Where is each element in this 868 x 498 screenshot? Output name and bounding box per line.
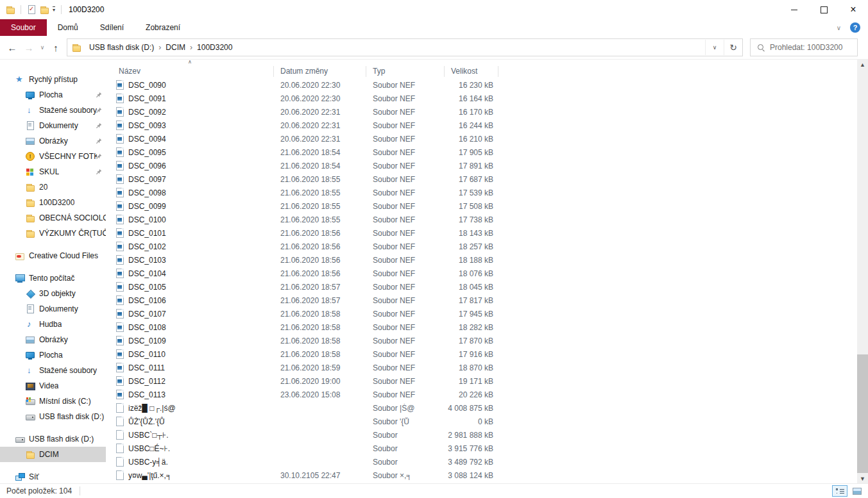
sidebar-item-usb-flash-disk-d-[interactable]: USB flash disk (D:) (0, 409, 106, 424)
new-folder-icon[interactable] (40, 5, 49, 14)
sort-ascending-icon: ∧ (106, 60, 274, 65)
sidebar-item-sta-en-soubory[interactable]: Stažené soubory (0, 103, 106, 118)
breadcrumb-segment[interactable]: 100D3200 (192, 43, 237, 52)
table-row[interactable]: DSC_010221.06.2020 18:56Soubor NEF18 257… (106, 240, 857, 253)
sidebar-item-s-[interactable]: Síť (0, 469, 106, 484)
table-row[interactable]: DSC_010321.06.2020 18:56Soubor NEF18 188… (106, 253, 857, 267)
search-input[interactable] (769, 42, 848, 53)
sidebar-item-creative-cloud-files[interactable]: Creative Cloud Files (0, 248, 106, 263)
details-view-button[interactable] (832, 485, 847, 497)
divider (80, 486, 80, 495)
maximize-button[interactable] (809, 0, 838, 19)
table-row[interactable]: DSC_009320.06.2020 22:31Soubor NEF16 244… (106, 119, 857, 132)
table-row[interactable]: DSC_010821.06.2020 18:58Soubor NEF18 282… (106, 320, 857, 334)
column-header-datum[interactable]: Datum změny (274, 64, 366, 78)
vertical-scrollbar[interactable]: ▲ ▼ (857, 59, 868, 484)
sidebar-item-skul[interactable]: SKUL (0, 164, 106, 179)
sidebar-item-plocha[interactable]: Plocha (0, 87, 106, 103)
qat-dropdown-icon[interactable]: ▾ (53, 6, 55, 13)
table-row[interactable]: DSC_010621.06.2020 18:57Soubor NEF17 817… (106, 294, 857, 307)
monitor-icon (26, 351, 35, 360)
breadcrumb-segment[interactable]: USB flash disk (D:) (85, 43, 158, 52)
sidebar-item-3d-objekty[interactable]: 3D objekty (0, 286, 106, 301)
close-button[interactable]: × (838, 0, 868, 19)
table-row[interactable]: USBC-y╡ä.Soubor3 489 792 kB (106, 455, 857, 469)
table-row[interactable]: DSC_011021.06.2020 18:58Soubor NEF17 916… (106, 347, 857, 361)
table-row[interactable]: ŮŻ'{ŮŻ.'{ŮSoubor '{Ů0 kB (106, 415, 857, 428)
scroll-down-icon[interactable]: ▼ (857, 473, 868, 484)
sidebar-item-dcim[interactable]: DCIM (0, 447, 106, 462)
sidebar-item-videa[interactable]: Videa (0, 378, 106, 394)
table-row[interactable]: DSC_010721.06.2020 18:58Soubor NEF17 945… (106, 307, 857, 320)
table-row[interactable]: DSC_011221.06.2020 19:00Soubor NEF19 171… (106, 374, 857, 388)
sidebar-item-v-echny-fotky[interactable]: VŠECHNY FOTKY (0, 149, 106, 164)
sidebar-item-hudba[interactable]: Hudba (0, 317, 106, 332)
column-header-typ[interactable]: Typ (366, 64, 445, 78)
refresh-icon[interactable]: ↻ (724, 40, 742, 55)
table-row[interactable]: DSC_009921.06.2020 18:55Soubor NEF17 508… (106, 199, 857, 213)
sidebar-item-dokumenty[interactable]: Dokumenty (0, 301, 106, 317)
ribbon-collapse-icon[interactable]: ∨ (837, 24, 841, 31)
tab-domu[interactable]: Domů (47, 19, 89, 36)
sidebar-item-rychl-p-stup[interactable]: Rychlý přístup (0, 72, 106, 87)
sidebar-item-usb-flash-disk-d-[interactable]: USB flash disk (D:) (0, 431, 106, 447)
forward-button[interactable]: → (21, 39, 37, 56)
table-row[interactable]: DSC_010921.06.2020 18:58Soubor NEF17 870… (106, 334, 857, 347)
table-row[interactable]: DSC_009220.06.2020 22:31Soubor NEF16 170… (106, 105, 857, 119)
sidebar-item-plocha[interactable]: Plocha (0, 347, 106, 363)
file-date: 20.06.2020 22:31 (274, 135, 366, 144)
nef-file-icon (116, 336, 124, 345)
table-row[interactable]: DSC_010121.06.2020 18:56Soubor NEF18 143… (106, 226, 857, 240)
table-row[interactable]: DSC_011323.06.2020 15:08Soubor NEF20 226… (106, 388, 857, 401)
search-box[interactable] (750, 38, 858, 56)
column-header-velikost[interactable]: Velikost (445, 64, 498, 78)
minimize-button[interactable] (779, 0, 809, 19)
sidebar-item-obr-zky[interactable]: Obrázky (0, 332, 106, 347)
table-row[interactable]: DSC_011121.06.2020 18:59Soubor NEF18 870… (106, 361, 857, 374)
address-bar[interactable]: USB flash disk (D:)›DCIM›100D3200 ∨ ↻ (67, 38, 743, 56)
table-row[interactable]: DSC_009420.06.2020 22:31Soubor NEF16 210… (106, 132, 857, 145)
table-row[interactable]: DSC_009521.06.2020 18:54Soubor NEF17 905… (106, 145, 857, 159)
scroll-up-icon[interactable]: ▲ (857, 59, 868, 70)
sidebar-item-obecn-sociolog[interactable]: OBECNÁ SOCIOLOG (0, 210, 106, 226)
table-row[interactable]: DSC_009020.06.2020 22:30Soubor NEF16 230… (106, 78, 857, 92)
scrollbar-thumb[interactable] (857, 354, 868, 473)
file-size: 17 916 kB (445, 350, 498, 359)
column-header-nazev[interactable]: ∧ Název (106, 64, 274, 78)
picture-icon (26, 137, 35, 145)
table-row[interactable]: DSC_009621.06.2020 18:54Soubor NEF17 891… (106, 159, 857, 172)
properties-icon[interactable] (27, 5, 36, 14)
file-name: DSC_0094 (128, 135, 166, 144)
sidebar-item-m-stn-disk-c-[interactable]: Místní disk (C:) (0, 394, 106, 409)
table-row[interactable]: DSC_010421.06.2020 18:56Soubor NEF18 076… (106, 267, 857, 280)
table-row[interactable]: DSC_010521.06.2020 18:57Soubor NEF18 045… (106, 280, 857, 294)
table-row[interactable]: USBC□É~⊦.Soubor3 915 776 kB (106, 442, 857, 455)
file-name: DSC_0108 (128, 323, 166, 332)
sidebar-item-100d3200[interactable]: 100D3200 (0, 195, 106, 210)
tab-zobrazeni[interactable]: Zobrazení (135, 19, 191, 36)
table-row[interactable]: USBC`□┬⊦.Soubor2 981 888 kB (106, 428, 857, 442)
table-row[interactable]: izëž█ □┌.|ś@Soubor |Ś@4 008 875 kB (106, 401, 857, 415)
help-icon[interactable]: ? (850, 22, 860, 33)
back-button[interactable]: ← (4, 39, 21, 56)
tab-sdileni[interactable]: Sdílení (89, 19, 135, 36)
table-row[interactable]: y¤w▄'|ţű.×,╕30.10.2105 22:47Soubor ×,╕3 … (106, 469, 857, 482)
table-row[interactable]: DSC_009120.06.2020 22:30Soubor NEF16 164… (106, 92, 857, 105)
sidebar-item-tento-po-ta-[interactable]: Tento počítač (0, 270, 106, 286)
sidebar-item-obr-zky[interactable]: Obrázky (0, 133, 106, 149)
breadcrumb-segment[interactable]: DCIM (161, 43, 190, 52)
file-name: DSC_0113 (128, 390, 166, 399)
sidebar-item-v-zkumy-r-tu-e[interactable]: VÝZKUMY ČR(TUČE (0, 226, 106, 241)
table-row[interactable]: DSC_010021.06.2020 18:55Soubor NEF17 738… (106, 213, 857, 226)
table-row[interactable]: DSC_009721.06.2020 18:55Soubor NEF17 687… (106, 172, 857, 186)
tab-soubor[interactable]: Soubor (0, 19, 47, 36)
file-type: Soubor NEF (366, 310, 445, 319)
address-dropdown-icon[interactable]: ∨ (705, 40, 724, 55)
sidebar-item-dokumenty[interactable]: Dokumenty (0, 118, 106, 133)
sidebar-item-sta-en-soubory[interactable]: Stažené soubory (0, 363, 106, 378)
recent-locations-icon[interactable]: ∨ (37, 39, 47, 56)
thumbnails-view-button[interactable] (849, 485, 865, 497)
table-row[interactable]: DSC_009821.06.2020 18:55Soubor NEF17 539… (106, 186, 857, 199)
sidebar-item-20[interactable]: 20 (0, 179, 106, 195)
up-button[interactable]: ↑ (47, 39, 64, 56)
